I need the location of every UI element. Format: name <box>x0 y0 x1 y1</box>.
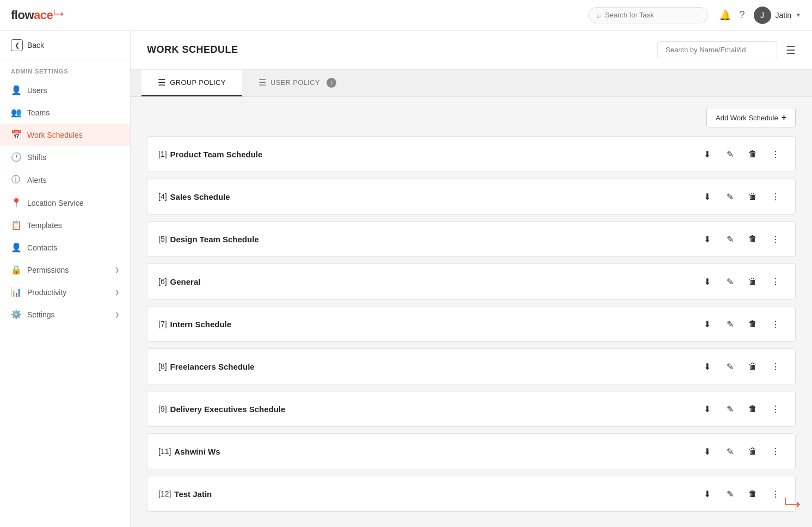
schedule-row[interactable]: [7] Intern Schedule ⬇ ✎ 🗑 ⋮ <box>147 306 796 342</box>
sidebar-item-work-schedules[interactable]: 📅 Work Schedules <box>0 124 130 146</box>
edit-button[interactable]: ✎ <box>721 358 739 375</box>
more-options-button[interactable]: ⋮ <box>767 358 784 375</box>
schedule-id: [6] <box>158 277 167 286</box>
teams-icon: 👥 <box>11 107 21 118</box>
back-icon: ❮ <box>11 39 23 51</box>
delete-button[interactable]: 🗑 <box>744 400 761 418</box>
add-work-schedule-button[interactable]: Add Work Schedule + <box>706 108 796 127</box>
row-actions: ⬇ ✎ 🗑 ⋮ <box>698 188 784 205</box>
more-options-button[interactable]: ⋮ <box>767 230 784 248</box>
delete-button[interactable]: 🗑 <box>744 273 761 290</box>
sidebar-label-productivity: Productivity <box>27 288 108 297</box>
more-options-button[interactable]: ⋮ <box>767 485 784 503</box>
sidebar-item-teams[interactable]: 👥 Teams <box>0 101 130 124</box>
edit-button[interactable]: ✎ <box>721 230 739 248</box>
more-options-button[interactable]: ⋮ <box>767 188 784 205</box>
sidebar-item-settings[interactable]: ⚙️ Settings ❯ <box>0 303 130 326</box>
sidebar-item-templates[interactable]: 📋 Templates <box>0 214 130 236</box>
sidebar-item-location-service[interactable]: 📍 Location Service <box>0 192 130 214</box>
schedule-row[interactable]: [5] Design Team Schedule ⬇ ✎ 🗑 ⋮ <box>147 221 796 257</box>
delete-button[interactable]: 🗑 <box>744 145 761 163</box>
header-right: ☰ <box>657 41 796 58</box>
user-policy-icon: ☰ <box>259 77 266 88</box>
back-button[interactable]: ❮ Back <box>0 30 130 60</box>
edit-button[interactable]: ✎ <box>721 400 739 418</box>
notification-icon[interactable]: 🔔 <box>719 9 731 21</box>
sidebar-label-contacts: Contacts <box>27 243 119 252</box>
logo-text: flowace <box>11 8 53 22</box>
sidebar-label-settings: Settings <box>27 310 108 319</box>
users-icon: 👤 <box>11 85 21 95</box>
edit-button[interactable]: ✎ <box>721 188 739 205</box>
more-options-button[interactable]: ⋮ <box>767 273 784 290</box>
add-button-row: Add Work Schedule + <box>147 108 796 127</box>
schedule-row[interactable]: [6] General ⬇ ✎ 🗑 ⋮ <box>147 264 796 299</box>
download-button[interactable]: ⬇ <box>698 485 716 503</box>
alerts-icon: ⓘ <box>11 174 21 186</box>
more-options-button[interactable]: ⋮ <box>767 145 784 163</box>
delete-button[interactable]: 🗑 <box>744 443 761 460</box>
user-policy-info-icon: i <box>327 78 336 88</box>
shifts-icon: 🕐 <box>11 152 21 162</box>
schedule-id: [11] <box>158 447 171 456</box>
productivity-chevron-icon: ❯ <box>115 289 119 295</box>
more-options-button[interactable]: ⋮ <box>767 400 784 418</box>
templates-icon: 📋 <box>11 220 21 230</box>
delete-button[interactable]: 🗑 <box>744 315 761 333</box>
schedule-row[interactable]: [4] Sales Schedule ⬇ ✎ 🗑 ⋮ <box>147 179 796 215</box>
sidebar: ❮ Back ADMIN SETTINGS 👤 Users 👥 Teams 📅 … <box>0 30 131 527</box>
schedule-name: Product Team Schedule <box>170 150 698 159</box>
edit-button[interactable]: ✎ <box>721 315 739 333</box>
sidebar-label-work-schedules: Work Schedules <box>27 131 119 139</box>
schedule-row[interactable]: [11] Ashwini Ws ⬇ ✎ 🗑 ⋮ <box>147 433 796 469</box>
task-search-box[interactable]: ⌕ <box>588 7 708 23</box>
download-button[interactable]: ⬇ <box>698 443 716 460</box>
schedule-id: [12] <box>158 489 171 498</box>
sidebar-item-alerts[interactable]: ⓘ Alerts <box>0 168 130 192</box>
delete-button[interactable]: 🗑 <box>744 230 761 248</box>
download-button[interactable]: ⬇ <box>698 315 716 333</box>
work-schedules-icon: 📅 <box>11 130 21 140</box>
sidebar-item-contacts[interactable]: 👤 Contacts <box>0 236 130 259</box>
sidebar-item-users[interactable]: 👤 Users <box>0 79 130 101</box>
download-button[interactable]: ⬇ <box>698 145 716 163</box>
edit-button[interactable]: ✎ <box>721 485 739 503</box>
user-section[interactable]: J Jatin ▼ <box>754 7 801 24</box>
schedule-row[interactable]: [1] Product Team Schedule ⬇ ✎ 🗑 ⋮ <box>147 136 796 172</box>
task-search-input[interactable] <box>605 11 700 19</box>
tab-user-policy[interactable]: ☰ USER POLICY i <box>242 70 353 96</box>
search-name-input[interactable] <box>657 41 777 58</box>
row-actions: ⬇ ✎ 🗑 ⋮ <box>698 358 784 375</box>
schedule-id: [5] <box>158 235 167 243</box>
contacts-icon: 👤 <box>11 242 21 253</box>
sidebar-item-productivity[interactable]: 📊 Productivity ❯ <box>0 281 130 303</box>
download-button[interactable]: ⬇ <box>698 188 716 205</box>
schedule-row[interactable]: [12] Test Jatin ⬇ ✎ 🗑 ⋮ <box>147 476 796 512</box>
sidebar-label-shifts: Shifts <box>27 153 119 162</box>
sidebar-label-permissions: Permissions <box>27 266 108 274</box>
more-options-button[interactable]: ⋮ <box>767 443 784 460</box>
more-options-button[interactable]: ⋮ <box>767 315 784 333</box>
delete-button[interactable]: 🗑 <box>744 485 761 503</box>
schedule-row[interactable]: [8] Freelancers Schedule ⬇ ✎ 🗑 ⋮ <box>147 348 796 384</box>
download-button[interactable]: ⬇ <box>698 400 716 418</box>
sidebar-item-permissions[interactable]: 🔒 Permissions ❯ <box>0 259 130 281</box>
delete-button[interactable]: 🗑 <box>744 188 761 205</box>
schedule-name: Design Team Schedule <box>170 235 698 244</box>
schedule-row[interactable]: [9] Delivery Executives Schedule ⬇ ✎ 🗑 ⋮ <box>147 391 796 427</box>
menu-icon[interactable]: ☰ <box>786 44 796 57</box>
download-button[interactable]: ⬇ <box>698 358 716 375</box>
tab-group-policy[interactable]: ☰ GROUP POLICY <box>142 70 242 96</box>
sidebar-item-shifts[interactable]: 🕐 Shifts <box>0 146 130 168</box>
delete-button[interactable]: 🗑 <box>744 358 761 375</box>
help-icon[interactable]: ? <box>740 9 745 21</box>
edit-button[interactable]: ✎ <box>721 273 739 290</box>
sidebar-label-users: Users <box>27 86 119 95</box>
download-button[interactable]: ⬇ <box>698 230 716 248</box>
edit-button[interactable]: ✎ <box>721 443 739 460</box>
edit-button[interactable]: ✎ <box>721 145 739 163</box>
schedule-id: [8] <box>158 362 167 371</box>
download-button[interactable]: ⬇ <box>698 273 716 290</box>
schedule-name: Sales Schedule <box>170 192 698 201</box>
tabs-bar: ☰ GROUP POLICY ☰ USER POLICY i <box>131 70 812 97</box>
